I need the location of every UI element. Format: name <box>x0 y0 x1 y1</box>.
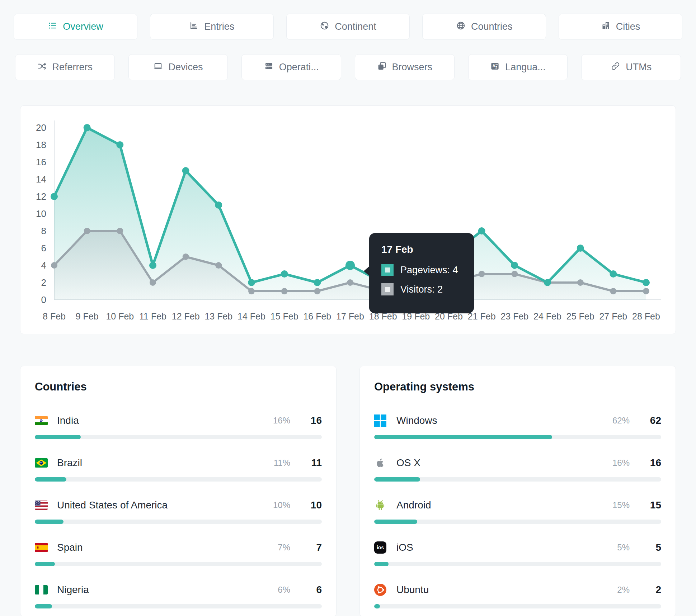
country-name: Spain <box>57 542 260 553</box>
svg-text:0: 0 <box>41 294 46 305</box>
svg-text:10: 10 <box>36 208 46 219</box>
link-icon <box>611 61 620 74</box>
tab-cities[interactable]: Cities <box>559 14 682 40</box>
tab-languages[interactable]: A Z Langua... <box>468 54 568 80</box>
progress-bar <box>374 477 661 482</box>
svg-text:A: A <box>493 63 495 68</box>
svg-text:14 Feb: 14 Feb <box>238 311 265 321</box>
tab-utms[interactable]: UTMs <box>581 54 681 80</box>
window-icon <box>377 61 387 74</box>
country-value: 16 <box>298 415 322 426</box>
android-icon <box>374 499 388 511</box>
translate-icon: A Z <box>490 61 500 74</box>
shuffle-icon <box>37 61 47 74</box>
tab-referrers[interactable]: Referrers <box>15 54 115 80</box>
tab-row-primary: Overview Entries Continent <box>14 14 682 40</box>
tab-overview[interactable]: Overview <box>14 14 137 40</box>
country-row-usa[interactable]: United States of America 10% 10 <box>35 498 322 524</box>
tab-operating-systems[interactable]: Operati... <box>241 54 341 80</box>
country-percent: 6% <box>260 585 290 595</box>
tab-label: Countries <box>471 21 513 32</box>
country-name: United States of America <box>57 499 260 511</box>
os-name: Ubuntu <box>396 584 599 596</box>
os-name: OS X <box>396 457 599 469</box>
progress-bar <box>374 562 661 566</box>
country-value: 11 <box>298 457 322 469</box>
tab-continent[interactable]: Continent <box>286 14 410 40</box>
tooltip-date: 17 Feb <box>381 244 462 255</box>
list-icon <box>48 21 57 33</box>
progress-bar <box>35 435 322 439</box>
os-row-ubuntu[interactable]: Ubuntu 2% 2 <box>374 583 661 608</box>
progress-bar <box>374 435 661 439</box>
country-percent: 7% <box>260 542 290 553</box>
tab-browsers[interactable]: Browsers <box>355 54 455 80</box>
svg-text:16: 16 <box>36 157 46 167</box>
brazil-flag <box>35 458 48 468</box>
progress-bar <box>35 604 322 608</box>
svg-text:18: 18 <box>36 139 46 150</box>
svg-text:2: 2 <box>41 277 46 288</box>
chart-tooltip: 17 Feb Pageviews: 4 Visitors: 2 <box>369 233 474 313</box>
os-row-osx[interactable]: OS X 16% 16 <box>374 456 661 482</box>
svg-text:8: 8 <box>41 226 46 236</box>
os-row-android[interactable]: Android 15% 15 <box>374 498 661 524</box>
os-row-windows[interactable]: Windows 62% 62 <box>374 413 661 439</box>
country-row-india[interactable]: India 16% 16 <box>35 413 322 439</box>
svg-text:14: 14 <box>36 174 46 185</box>
svg-text:17 Feb: 17 Feb <box>336 311 364 321</box>
traffic-chart[interactable]: 024681012141618208 Feb9 Feb10 Feb11 Feb1… <box>20 105 676 334</box>
os-row-ios[interactable]: ios iOS 5% 5 <box>374 540 661 566</box>
tab-label: Entries <box>204 21 234 32</box>
svg-text:12 Feb: 12 Feb <box>172 311 200 321</box>
india-flag <box>35 416 48 425</box>
operating-systems-panel: Operating systems Windows 62% 62 <box>359 366 676 616</box>
tab-label: Langua... <box>505 62 546 73</box>
country-value: 10 <box>298 499 322 511</box>
bar-chart-icon <box>189 21 199 33</box>
os-value: 2 <box>638 584 661 596</box>
os-percent: 2% <box>599 585 630 595</box>
tab-entries[interactable]: Entries <box>150 14 274 40</box>
line-chart-canvas[interactable]: 024681012141618208 Feb9 Feb10 Feb11 Feb1… <box>20 106 676 335</box>
progress-bar <box>374 520 661 524</box>
svg-text:25 Feb: 25 Feb <box>566 311 594 321</box>
os-percent: 5% <box>599 542 630 553</box>
visitors-swatch-icon <box>381 283 394 295</box>
os-name: Android <box>396 499 599 511</box>
country-percent: 11% <box>260 458 290 468</box>
tooltip-visitors-row: Visitors: 2 <box>381 283 462 295</box>
pageviews-swatch-icon <box>381 264 394 276</box>
country-value: 6 <box>298 584 322 596</box>
svg-text:6: 6 <box>41 243 46 253</box>
svg-text:23 Feb: 23 Feb <box>500 311 528 321</box>
nigeria-flag <box>35 585 48 594</box>
svg-text:8 Feb: 8 Feb <box>43 311 66 321</box>
country-row-nigeria[interactable]: Nigeria 6% 6 <box>35 583 322 608</box>
progress-bar <box>35 562 322 566</box>
tab-label: UTMs <box>626 62 652 73</box>
country-value: 7 <box>298 542 322 553</box>
country-row-spain[interactable]: Spain 7% 7 <box>35 540 322 566</box>
tab-label: Overview <box>63 21 103 32</box>
tooltip-pageviews-text: Pageviews: 4 <box>400 265 458 276</box>
country-name: Brazil <box>57 457 260 469</box>
svg-text:24 Feb: 24 Feb <box>533 311 561 321</box>
svg-text:10 Feb: 10 Feb <box>106 311 134 321</box>
os-value: 62 <box>638 415 661 426</box>
tab-countries[interactable]: Countries <box>422 14 546 40</box>
progress-bar <box>374 604 661 608</box>
tab-label: Cities <box>616 21 640 32</box>
spain-flag <box>35 543 48 552</box>
svg-text:13 Feb: 13 Feb <box>204 311 232 321</box>
os-percent: 16% <box>599 458 630 468</box>
progress-bar <box>35 477 322 482</box>
ubuntu-icon <box>374 584 388 596</box>
tab-devices[interactable]: Devices <box>128 54 228 80</box>
breakdown-panels: Countries India 16% 16 <box>20 366 676 616</box>
os-percent: 15% <box>599 500 630 510</box>
tab-label: Operati... <box>279 62 319 73</box>
country-row-brazil[interactable]: Brazil 11% 11 <box>35 456 322 482</box>
country-name: Nigeria <box>57 584 260 596</box>
tab-label: Continent <box>335 21 376 32</box>
